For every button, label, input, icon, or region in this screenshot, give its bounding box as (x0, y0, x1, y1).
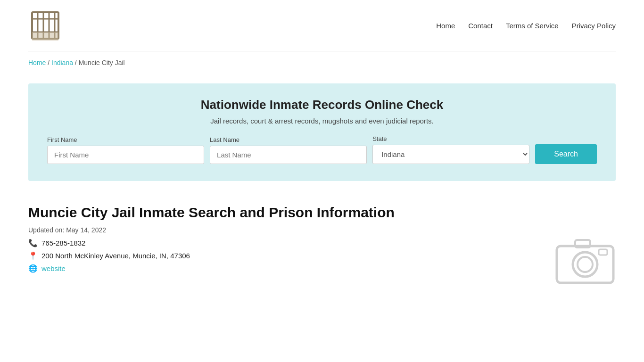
state-select[interactable]: Alabama Alaska Arizona Arkansas Californ… (372, 145, 529, 164)
nav-contact[interactable]: Contact (468, 22, 493, 30)
location-icon: 📍 (28, 251, 38, 260)
state-label: State (372, 135, 529, 142)
search-banner-subtitle: Jail records, court & arrest records, mu… (47, 117, 597, 125)
first-name-group: First Name (47, 136, 204, 164)
main-nav: Home Contact Terms of Service Privacy Po… (436, 22, 616, 30)
phone-icon: 📞 (28, 239, 38, 247)
breadcrumb-home[interactable]: Home (28, 59, 46, 66)
page-title: Muncie City Jail Inmate Search and Priso… (28, 205, 616, 221)
jail-logo-icon (28, 8, 62, 42)
last-name-group: Last Name (210, 136, 367, 164)
breadcrumb-sep2: / (75, 59, 79, 66)
breadcrumb: Home / Indiana / Muncie City Jail (0, 51, 644, 74)
svg-rect-12 (599, 249, 607, 255)
search-button[interactable]: Search (535, 144, 597, 164)
website-line: 🌐 website (28, 264, 616, 273)
camera-icon (554, 234, 616, 286)
breadcrumb-current: Muncie City Jail (79, 59, 125, 66)
photo-placeholder (554, 234, 616, 286)
breadcrumb-state[interactable]: Indiana (51, 59, 73, 66)
search-banner: Nationwide Inmate Records Online Check J… (28, 83, 616, 181)
svg-point-10 (578, 257, 593, 272)
last-name-input[interactable] (210, 146, 367, 164)
address-line: 📍 200 North McKinley Avenue, Muncie, IN,… (28, 251, 616, 260)
website-link[interactable]: website (41, 264, 66, 272)
site-logo[interactable] (28, 8, 62, 42)
state-group: State Alabama Alaska Arizona Arkansas Ca… (372, 135, 529, 164)
svg-rect-7 (32, 32, 58, 41)
nav-home[interactable]: Home (436, 22, 455, 30)
globe-icon: 🌐 (28, 264, 38, 273)
phone-line: 📞 765-285-1832 (28, 239, 616, 247)
updated-date: Updated on: May 14, 2022 (28, 226, 616, 234)
search-banner-title: Nationwide Inmate Records Online Check (47, 98, 597, 112)
nav-terms[interactable]: Terms of Service (506, 22, 559, 30)
phone-number: 765-285-1832 (41, 239, 85, 247)
breadcrumb-sep1: / (48, 59, 51, 66)
first-name-input[interactable] (47, 146, 204, 164)
address-text: 200 North McKinley Avenue, Muncie, IN, 4… (41, 252, 190, 260)
last-name-label: Last Name (210, 136, 367, 143)
svg-point-9 (573, 252, 597, 277)
main-content: Muncie City Jail Inmate Search and Priso… (0, 190, 644, 296)
site-header: Home Contact Terms of Service Privacy Po… (0, 0, 644, 51)
nav-privacy[interactable]: Privacy Policy (572, 22, 616, 30)
first-name-label: First Name (47, 136, 204, 143)
search-form: First Name Last Name State Alabama Alask… (47, 135, 597, 164)
